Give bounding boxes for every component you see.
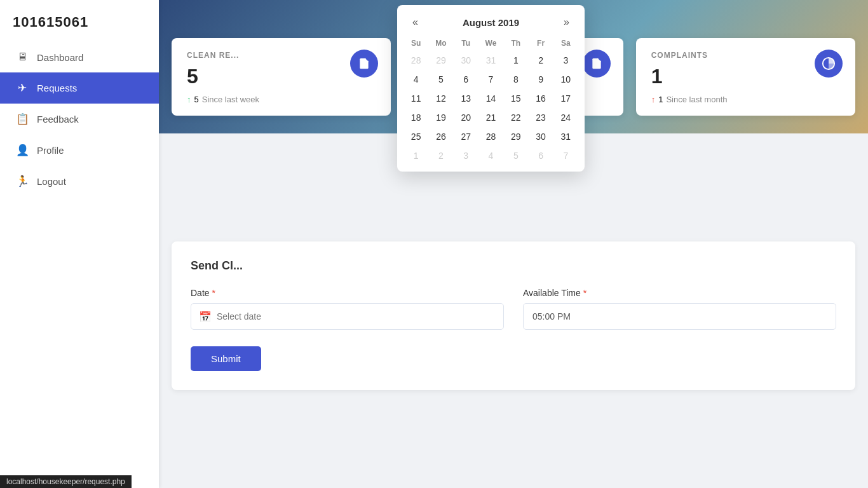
stat-complaints-value: 1 [651,65,840,88]
calendar-day[interactable]: 24 [553,108,578,127]
calendar-weekday: Mo [428,36,453,51]
calendar-weekday: Sa [553,36,578,51]
calendar-day[interactable]: 3 [553,51,578,70]
calendar-week-row: 28293031123 [403,51,578,70]
date-input[interactable] [217,311,496,322]
sidebar-item-dashboard[interactable]: 🖥 Dashboard [0,42,159,72]
dashboard-icon: 🖥 [15,51,29,64]
calendar-day[interactable]: 7 [478,70,503,89]
calendar-day[interactable]: 30 [454,51,478,70]
calendar-day[interactable]: 30 [528,127,553,146]
stat-complaints-sub: ↑ 1 Since last month [651,95,840,104]
calendar-day[interactable]: 29 [503,127,528,146]
send-card-title: Send Cl... [191,259,836,273]
stat-clean-trend: 5 [194,95,199,104]
calendar-day[interactable]: 15 [503,89,528,108]
calendar-day[interactable]: 28 [478,127,503,146]
calendar-day[interactable]: 25 [403,127,428,146]
sidebar-item-requests[interactable]: ✈ Requests [0,72,159,104]
calendar-weekday: We [478,36,503,51]
calendar-day[interactable]: 13 [454,89,478,108]
calendar-day[interactable]: 28 [403,51,428,70]
calendar-header: « August 2019 » [403,15,578,29]
calendar-day[interactable]: 3 [454,146,478,165]
calendar-day[interactable]: 6 [528,146,553,165]
date-input-wrap[interactable]: 📅 [191,303,504,330]
stat-suggestions-icon [583,50,611,78]
calendar-day[interactable]: 14 [478,89,503,108]
calendar-grid: SuMoTuWeThFrSa 2829303112345678910111213… [403,36,578,165]
sidebar-item-label-logout: Logout [37,176,66,187]
statusbar-url: localhost/housekeeper/request.php [6,477,125,486]
time-required-star: * [583,288,587,298]
calendar-month-year: August 2019 [463,17,519,28]
stat-clean-sub: ↑ 5 Since last week [187,95,376,104]
calendar-day[interactable]: 6 [454,70,478,89]
calendar-day[interactable]: 8 [503,70,528,89]
calendar-day[interactable]: 1 [403,146,428,165]
calendar-day[interactable]: 10 [553,70,578,89]
stat-complaints-arrow: ↑ [651,95,656,104]
calendar-day[interactable]: 2 [528,51,553,70]
sidebar-item-profile[interactable]: 👤 Profile [0,135,159,166]
stat-complaints-trend: 1 [658,95,663,104]
stat-complaints-icon [815,50,843,78]
calendar-day[interactable]: 26 [428,127,453,146]
calendar-day[interactable]: 27 [454,127,478,146]
calendar-day[interactable]: 31 [553,127,578,146]
calendar-day[interactable]: 9 [528,70,553,89]
date-required-star: * [212,288,215,298]
main-content: CLEAN RE... 5 ↑ 5 Since last week SUGGES… [159,0,868,488]
stat-clean-value: 5 [187,65,376,88]
calendar-day[interactable]: 7 [553,146,578,165]
calendar-day[interactable]: 5 [428,70,453,89]
calendar-day[interactable]: 22 [503,108,528,127]
calendar-prev-button[interactable]: « [407,15,423,29]
calendar-body: 2829303112345678910111213141516171819202… [403,51,578,165]
sidebar-logo: 101615061 [0,0,159,42]
calendar-week-row: 45678910 [403,70,578,89]
calendar-weekday: Th [503,36,528,51]
time-input-display[interactable]: 05:00 PM [523,303,836,330]
calendar-week-row: 1234567 [403,146,578,165]
calendar-day[interactable]: 21 [478,108,503,127]
sidebar: 101615061 🖥 Dashboard ✈ Requests 📋 Feedb… [0,0,159,488]
calendar-week-row: 25262728293031 [403,127,578,146]
date-form-group: Date * 📅 [191,288,504,330]
sidebar-item-label-dashboard: Dashboard [37,52,83,63]
form-row: Date * 📅 Available Time * 05:00 PM [191,288,836,330]
sidebar-item-label-profile: Profile [37,145,64,156]
calendar-next-button[interactable]: » [559,15,574,29]
calendar-day[interactable]: 5 [503,146,528,165]
statusbar: localhost/housekeeper/request.php [0,475,132,488]
stat-clean-since: Since last week [202,95,259,104]
calendar-week-row: 11121314151617 [403,89,578,108]
calendar-day[interactable]: 4 [478,146,503,165]
calendar-day[interactable]: 31 [478,51,503,70]
calendar-day[interactable]: 4 [403,70,428,89]
calendar-day[interactable]: 18 [403,108,428,127]
calendar-weekday: Su [403,36,428,51]
calendar-weekdays-row: SuMoTuWeThFrSa [403,36,578,51]
calendar-day[interactable]: 16 [528,89,553,108]
calendar-weekday: Tu [454,36,478,51]
calendar-overlay: « August 2019 » SuMoTuWeThFrSa 282930311… [397,5,585,172]
sidebar-item-logout[interactable]: 🏃 Logout [0,166,159,197]
calendar-day[interactable]: 23 [528,108,553,127]
stat-clean-arrow: ↑ [187,95,191,104]
calendar-day[interactable]: 17 [553,89,578,108]
profile-icon: 👤 [15,144,29,157]
calendar-day[interactable]: 11 [403,89,428,108]
calendar-day[interactable]: 1 [503,51,528,70]
stat-complaints-since: Since last month [666,95,727,104]
sidebar-item-feedback[interactable]: 📋 Feedback [0,104,159,135]
submit-button[interactable]: Submit [191,346,261,371]
calendar-week-row: 18192021222324 [403,108,578,127]
calendar-day[interactable]: 12 [428,89,453,108]
calendar-day[interactable]: 2 [428,146,453,165]
calendar-day[interactable]: 29 [428,51,453,70]
time-label: Available Time * [523,288,836,298]
calendar-day[interactable]: 19 [428,108,453,127]
calendar-day[interactable]: 20 [454,108,478,127]
time-form-group: Available Time * 05:00 PM [523,288,836,330]
